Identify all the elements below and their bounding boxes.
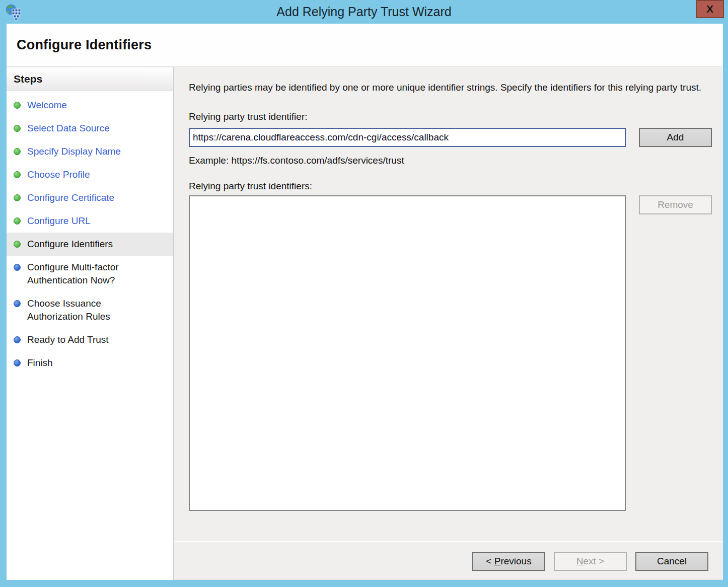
next-button: Next > xyxy=(554,552,627,571)
step-pending-icon xyxy=(14,359,21,366)
page-header: Configure Identifiers xyxy=(7,24,723,67)
remove-button: Remove xyxy=(639,195,712,214)
step-done-icon xyxy=(14,148,21,155)
sidebar-item-specify-display-name[interactable]: Specify Display Name xyxy=(7,140,173,163)
sidebar-item-welcome[interactable]: Welcome xyxy=(7,94,173,117)
step-done-icon xyxy=(14,125,21,132)
sidebar-item-configure-mfa: Configure Multi-factor Authentication No… xyxy=(7,256,173,292)
step-done-icon xyxy=(14,241,21,248)
step-done-icon xyxy=(14,217,21,225)
step-done-icon xyxy=(14,171,21,178)
identifiers-listbox[interactable] xyxy=(189,195,626,511)
steps-list: Welcome Select Data Source Specify Displ… xyxy=(7,94,173,375)
cancel-button[interactable]: Cancel xyxy=(635,552,708,571)
sidebar-item-configure-url[interactable]: Configure URL xyxy=(7,209,173,233)
step-pending-icon xyxy=(14,300,21,307)
window-title: Add Relying Party Trust Wizard xyxy=(0,5,728,19)
step-done-icon xyxy=(14,102,21,109)
example-text: Example: https://fs.contoso.com/adfs/ser… xyxy=(189,155,712,166)
wizard-frame: Configure Identifiers Steps Welcome Sele… xyxy=(7,24,723,580)
main-panel: Relying parties may be identified by one… xyxy=(174,67,723,580)
step-done-icon xyxy=(14,194,21,201)
identifier-field-label: Relying party trust identifier: xyxy=(189,111,712,122)
wizard-window: Add Relying Party Trust Wizard X Configu… xyxy=(0,0,728,587)
steps-heading: Steps xyxy=(7,67,173,91)
sidebar-item-configure-certificate[interactable]: Configure Certificate xyxy=(7,186,173,209)
wizard-footer: < Previous Next > Cancel xyxy=(174,541,723,580)
intro-text: Relying parties may be identified by one… xyxy=(189,81,707,95)
sidebar-item-ready-to-add-trust: Ready to Add Trust xyxy=(7,328,173,351)
identifiers-list-label: Relying party trust identifiers: xyxy=(189,181,712,192)
sidebar-item-select-data-source[interactable]: Select Data Source xyxy=(7,117,173,140)
sidebar-item-choose-issuance-rules: Choose Issuance Authorization Rules xyxy=(7,292,173,328)
previous-button[interactable]: < Previous xyxy=(472,552,545,571)
sidebar-item-choose-profile[interactable]: Choose Profile xyxy=(7,163,173,186)
sidebar-item-configure-identifiers[interactable]: Configure Identifiers xyxy=(7,233,173,256)
page-title: Configure Identifiers xyxy=(17,37,152,53)
step-pending-icon xyxy=(14,336,21,343)
title-bar: Add Relying Party Trust Wizard X xyxy=(0,0,728,24)
add-button[interactable]: Add xyxy=(639,128,712,147)
relying-party-identifier-input[interactable] xyxy=(189,128,626,147)
close-button[interactable]: X xyxy=(696,0,724,18)
step-pending-icon xyxy=(14,264,21,271)
close-icon: X xyxy=(706,3,713,15)
steps-sidebar: Steps Welcome Select Data Source Specify… xyxy=(7,67,174,580)
sidebar-item-finish: Finish xyxy=(7,351,173,375)
adfs-wizard-icon xyxy=(5,4,21,21)
